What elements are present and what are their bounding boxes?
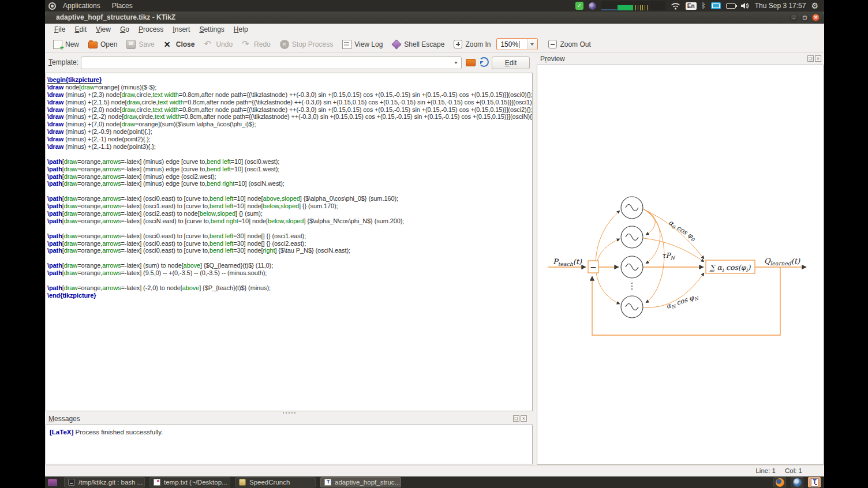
message-text: Process finished successfully. — [73, 429, 163, 436]
open-button[interactable]: Open — [85, 38, 121, 50]
mail-icon[interactable] — [711, 2, 721, 9]
close-icon — [164, 40, 173, 49]
preview-canvas[interactable]: − Pteach(t) Qlearned(t) ∑ αi cos(φi) τPN… — [537, 65, 824, 465]
close-button[interactable]: Close — [160, 38, 199, 51]
zoom-level-combobox[interactable]: 150% — [496, 38, 538, 50]
system-monitor-applet[interactable] — [601, 1, 665, 10]
close-label: Close — [176, 40, 195, 48]
window-title: adaptive_hopf_structure.tikz - KTikZ — [56, 13, 175, 21]
close-panel-icon[interactable] — [815, 55, 821, 62]
redo-icon — [242, 40, 251, 49]
bluetooth-icon[interactable] — [702, 2, 706, 10]
stop-icon — [280, 40, 289, 49]
template-reload-icon[interactable] — [479, 57, 489, 67]
code-line: \path[draw=orange,arrows=-latex] (osci2.… — [47, 210, 532, 217]
code-line: \path[draw=orange,arrows=-latex] (osci0.… — [47, 232, 532, 240]
tau-pn-label: τPN — [662, 251, 676, 261]
zoom-combo-dropdown[interactable] — [527, 39, 537, 49]
clock[interactable]: Thu Sep 3 17:57 — [755, 2, 806, 10]
menu-insert[interactable]: Insert — [168, 24, 194, 36]
messages-output: [LaTeX] Process finished successfully. — [46, 425, 533, 464]
task-terminal[interactable]: /tmp/ktikz.git : bash ... — [64, 477, 145, 487]
terminal-icon — [68, 479, 75, 486]
menu-settings[interactable]: Settings — [194, 24, 229, 36]
code-line: \path[draw=orange,arrows=-latex] (osciN.… — [47, 217, 532, 225]
template-open-icon[interactable] — [466, 59, 476, 66]
wifi-icon[interactable] — [671, 2, 680, 10]
template-combobox[interactable] — [81, 57, 462, 69]
shell-escape-label: Shell Escape — [404, 40, 444, 48]
session-gear-icon[interactable] — [811, 1, 818, 10]
template-edit-button[interactable]: Edit — [492, 57, 530, 69]
save-label: Save — [139, 40, 154, 48]
ktikz-window: adaptive_hopf_structure.tikz - KTikZ – ▢… — [45, 12, 824, 476]
task-ktikz[interactable]: adaptive_hopf_struc... — [320, 477, 401, 487]
status-col: Col: 1 — [785, 467, 802, 474]
taskbar: /tmp/ktikz.git : bash ... temp.txt (~/De… — [45, 476, 824, 488]
shell-escape-button[interactable]: Shell Escape — [388, 38, 448, 51]
float-panel-icon[interactable] — [513, 415, 519, 422]
close-window-button[interactable]: ✕ — [812, 14, 820, 21]
redo-label: Redo — [254, 40, 271, 48]
task-text-editor[interactable]: temp.txt (~/Desktop... — [149, 477, 230, 487]
battery-icon[interactable] — [726, 3, 736, 9]
task-speedcrunch[interactable]: SpeedCrunch — [235, 477, 316, 487]
latex-tag: [LaTeX] — [50, 429, 73, 436]
code-line: \path[draw=orange,arrows=-latex] (sum) t… — [47, 262, 532, 269]
menu-file[interactable]: File — [50, 24, 70, 36]
firefox-launcher[interactable] — [773, 477, 786, 487]
float-panel-icon[interactable] — [807, 55, 814, 62]
volume-icon[interactable] — [741, 2, 750, 9]
menu-help[interactable]: Help — [229, 24, 253, 36]
alpha0-label: α0 cos φ0 — [667, 218, 698, 243]
keyboard-layout-indicator[interactable]: En — [686, 2, 697, 10]
tikz-preview-diagram: − Pteach(t) Qlearned(t) ∑ αi cos(φi) τPN… — [537, 65, 823, 464]
template-dropdown[interactable] — [451, 58, 461, 68]
p-teach-label: Pteach(t) — [553, 257, 582, 267]
browser-globe-icon — [793, 478, 802, 487]
titlebar[interactable]: adaptive_hopf_structure.tikz - KTikZ – ▢… — [45, 12, 824, 24]
code-line: \draw (minus) +(2,-1.1) node(point3){.}; — [47, 143, 532, 151]
menu-view[interactable]: View — [91, 24, 115, 36]
menu-process[interactable]: Process — [134, 24, 168, 36]
code-line: \end{tikzpicture} — [47, 292, 532, 299]
code-line: \path[draw=orange,arrows=-latex] (minus)… — [47, 173, 532, 181]
applications-menu[interactable]: Applications — [58, 0, 105, 12]
tex-editor-launcher[interactable] — [808, 477, 821, 487]
menu-go[interactable]: Go — [115, 24, 134, 36]
code-line: \path[draw=orange,arrows=-latex] (osci0.… — [47, 195, 532, 202]
places-menu[interactable]: Places — [107, 0, 137, 12]
chevron-down-icon — [454, 62, 458, 64]
indicator-orb-icon[interactable] — [589, 2, 596, 10]
zoom-in-button[interactable]: Zoom In — [450, 38, 494, 50]
code-line: \draw (minus) +(7,0) node[draw=orange](s… — [47, 121, 532, 128]
stop-process-button[interactable]: Stop Process — [276, 38, 336, 51]
firefox-icon — [776, 478, 784, 487]
code-line: \draw (minus) +(2,1.5) node[draw,circle,… — [47, 99, 532, 106]
code-line: \path[draw=orange,arrows=-latex] (minus)… — [47, 180, 532, 187]
edge-minus-osci1 — [597, 239, 620, 262]
save-button[interactable]: Save — [123, 38, 158, 51]
close-panel-icon[interactable] — [521, 415, 527, 422]
code-line: \path[draw=orange,arrows=-latex] (osci0.… — [47, 240, 532, 247]
new-button[interactable]: New — [50, 38, 83, 51]
code-editor[interactable]: \begin{tikzpicture}\draw node[draw=orang… — [46, 73, 533, 411]
edge-minus-osciN — [596, 273, 620, 304]
code-line: \draw (minus) +(2,-1) node(point2){.}; — [47, 136, 532, 143]
q-learned-label: Qlearned(t) — [764, 257, 800, 266]
sync-check-icon[interactable] — [575, 2, 583, 10]
messages-title: Messages — [48, 415, 80, 423]
workspace-switcher-icon[interactable] — [48, 479, 57, 486]
template-label: Template: — [48, 58, 78, 66]
maximize-button[interactable]: ▢ — [801, 14, 809, 21]
menu-edit[interactable]: Edit — [70, 24, 91, 36]
redo-button[interactable]: Redo — [238, 38, 274, 51]
browser-launcher[interactable] — [791, 477, 803, 487]
view-log-button[interactable]: View Log — [339, 38, 386, 51]
distro-logo-icon[interactable] — [48, 2, 56, 10]
sum-label: ∑ αi cos(φi) — [709, 263, 751, 273]
undo-button[interactable]: Undo — [200, 38, 236, 51]
status-line: Line: 1 — [755, 467, 776, 474]
minimize-button[interactable]: – — [790, 14, 798, 21]
zoom-out-button[interactable]: Zoom Out — [545, 38, 594, 50]
